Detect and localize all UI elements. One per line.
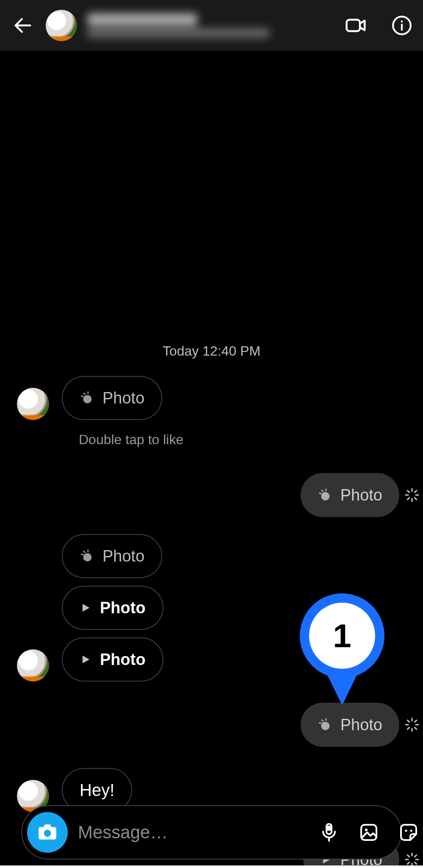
svg-line-10: [322, 490, 323, 492]
photo-label: Photo: [102, 389, 144, 407]
svg-line-20: [415, 490, 416, 492]
message-row-sent: Photo: [0, 703, 423, 747]
photo-label: Photo: [102, 547, 144, 565]
photo-bubble-sent[interactable]: Photo: [301, 473, 399, 517]
sticker-button[interactable]: [396, 820, 421, 845]
contact-name-area[interactable]: [87, 13, 323, 38]
svg-line-11: [319, 493, 321, 494]
message-composer: [21, 805, 402, 860]
message-row-sent: Photo: [0, 473, 423, 517]
photo-label: Photo: [340, 486, 382, 504]
svg-marker-26: [83, 656, 89, 664]
camera-icon: [37, 822, 58, 843]
message-text: Hey!: [80, 781, 114, 800]
svg-line-33: [407, 720, 409, 722]
message-row-received: Photo: [0, 637, 423, 682]
photo-bubble-sent[interactable]: Photo: [301, 703, 399, 747]
disappearing-photo-icon: [318, 718, 332, 732]
svg-line-34: [415, 727, 416, 729]
svg-marker-25: [83, 604, 89, 612]
microphone-icon: [319, 822, 339, 843]
svg-line-19: [407, 498, 409, 499]
svg-line-46: [407, 862, 409, 864]
message-row-received: Photo: [0, 586, 423, 630]
svg-point-5: [83, 395, 92, 403]
photo-bubble-received[interactable]: Photo: [62, 534, 162, 578]
svg-line-42: [407, 855, 409, 857]
svg-point-3: [401, 20, 403, 22]
image-icon: [359, 822, 379, 843]
photo-label: Photo: [100, 651, 146, 669]
photo-bubble-received[interactable]: Photo: [62, 376, 162, 420]
message-row-received: Photo: [0, 376, 423, 420]
sending-spinner: [404, 487, 420, 503]
disappearing-photo-icon: [80, 549, 94, 563]
screenshot-edge: [0, 865, 423, 868]
message-input[interactable]: [78, 822, 301, 843]
svg-line-38: [415, 720, 416, 722]
photo-label: Photo: [340, 716, 382, 734]
sender-avatar[interactable]: [17, 388, 49, 420]
message-stack: Photo Photo Photo: [0, 534, 423, 682]
chat-header: [0, 0, 423, 51]
svg-rect-54: [361, 825, 376, 840]
timestamp-divider: Today 12:40 PM: [0, 343, 423, 359]
svg-point-21: [83, 553, 92, 562]
disappearing-photo-icon: [80, 391, 94, 405]
svg-point-27: [321, 722, 329, 730]
play-icon: [80, 654, 91, 665]
svg-point-57: [410, 829, 412, 832]
svg-line-47: [415, 855, 416, 857]
spinner-icon: [404, 852, 420, 867]
photo-play-bubble-received[interactable]: Photo: [62, 586, 163, 630]
arrow-left-icon: [12, 14, 34, 36]
video-call-button[interactable]: [343, 13, 369, 38]
photo-label: Photo: [100, 599, 146, 617]
spinner-icon: [404, 717, 420, 732]
svg-point-9: [321, 492, 329, 501]
spinner-icon: [404, 487, 420, 503]
sending-spinner: [404, 717, 420, 732]
info-button[interactable]: [389, 13, 415, 38]
svg-point-48: [44, 830, 51, 837]
svg-line-23: [81, 554, 83, 555]
gallery-button[interactable]: [357, 820, 381, 845]
photo-play-bubble-received[interactable]: Photo: [62, 637, 163, 682]
svg-line-15: [407, 490, 409, 492]
svg-line-43: [415, 862, 416, 864]
svg-line-37: [407, 727, 409, 729]
contact-avatar[interactable]: [46, 10, 77, 41]
sending-spinner: [404, 852, 420, 867]
camera-button[interactable]: [27, 812, 68, 853]
sender-avatar[interactable]: [17, 649, 49, 682]
svg-line-29: [319, 723, 321, 723]
message-thread: Today 12:40 PM Photo Double tap to like …: [0, 343, 423, 868]
message-row-received: Photo: [0, 534, 423, 578]
svg-point-55: [365, 829, 368, 831]
play-icon: [80, 602, 91, 614]
sticker-icon: [398, 822, 419, 843]
svg-line-6: [84, 393, 85, 395]
voice-button[interactable]: [317, 820, 341, 845]
svg-rect-1: [347, 20, 360, 31]
svg-point-56: [405, 829, 407, 832]
svg-line-7: [81, 396, 83, 397]
svg-line-16: [415, 498, 416, 499]
info-icon: [391, 15, 412, 36]
svg-line-28: [322, 720, 323, 721]
video-icon: [345, 14, 368, 37]
back-button[interactable]: [10, 13, 36, 38]
svg-line-22: [84, 551, 85, 553]
disappearing-photo-icon: [318, 488, 332, 502]
double-tap-hint: Double tap to like: [79, 432, 423, 448]
